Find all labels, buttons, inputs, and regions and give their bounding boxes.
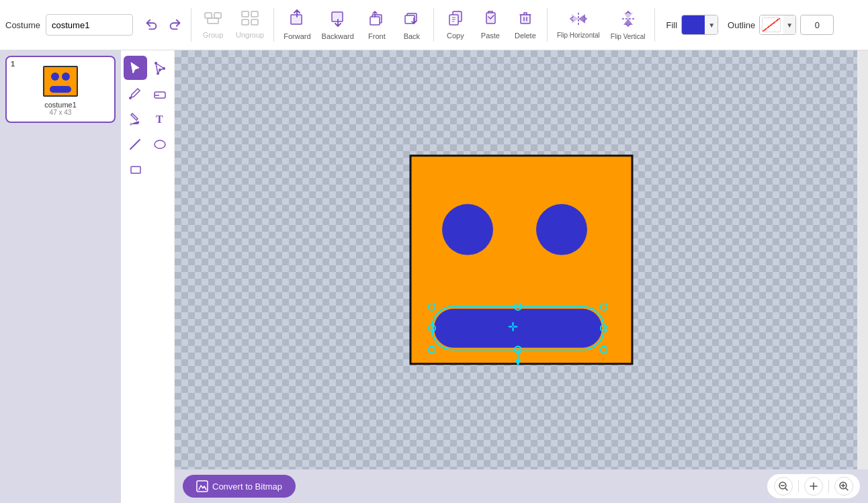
back-button[interactable]: Back [396, 7, 428, 43]
svg-point-18 [51, 73, 59, 81]
delete-label: Delete [515, 32, 536, 40]
front-button[interactable]: Front [361, 7, 393, 43]
convert-bitmap-label: Convert to Bitmap [212, 482, 282, 492]
text-tool[interactable]: T [148, 107, 172, 131]
outline-swatch[interactable] [760, 15, 783, 34]
canvas-area[interactable]: ✛ Convert to Bitmap [175, 50, 868, 503]
copy-icon [447, 10, 464, 30]
svg-text:✛: ✛ [508, 320, 518, 334]
svg-rect-10 [370, 17, 380, 25]
bottom-bar: Convert to Bitmap [175, 469, 868, 503]
back-icon [404, 9, 419, 31]
forward-icon [290, 9, 304, 31]
fill-label: Fill [666, 20, 677, 30]
tool-panel: T [121, 50, 175, 503]
svg-rect-0 [205, 13, 212, 18]
svg-rect-3 [242, 11, 249, 17]
svg-point-29 [155, 140, 165, 148]
group-icon [204, 11, 222, 30]
outline-size-input[interactable] [800, 15, 834, 35]
costume-section: Costume [5, 14, 133, 36]
costume-label: Costume [5, 20, 40, 30]
costume-size: 47 x 43 [50, 109, 72, 116]
svg-point-32 [442, 204, 493, 255]
svg-rect-6 [251, 19, 258, 25]
vertical-scrollbar[interactable] [857, 50, 868, 469]
ellipse-tool[interactable] [148, 132, 172, 156]
backward-button[interactable]: Backward [318, 7, 358, 43]
svg-point-25 [129, 97, 132, 99]
copy-label: Copy [447, 32, 464, 40]
paste-icon [482, 10, 498, 30]
rect-tool[interactable] [124, 158, 148, 182]
delete-button[interactable]: Delete [509, 7, 541, 42]
convert-bitmap-button[interactable]: Convert to Bitmap [183, 475, 296, 498]
svg-rect-30 [131, 167, 140, 173]
flip-vertical-icon [621, 10, 636, 32]
costume-list: 1 costume1 47 x 43 [0, 50, 121, 503]
front-label: Front [368, 32, 386, 40]
backward-icon [331, 9, 345, 31]
costume-thumbnail [37, 62, 84, 99]
front-icon [370, 9, 384, 31]
zoom-in-button[interactable] [834, 477, 853, 496]
costume-list-item[interactable]: 1 costume1 47 x 43 [5, 56, 116, 123]
svg-rect-34 [434, 309, 602, 348]
svg-point-19 [62, 73, 70, 81]
reshape-tool[interactable] [148, 56, 172, 80]
delete-icon [517, 10, 533, 30]
svg-text:T: T [156, 113, 163, 125]
zoom-divider-2 [828, 479, 829, 493]
fill-color-swatch[interactable] [682, 15, 705, 34]
svg-rect-8 [332, 12, 343, 21]
ungroup-icon [241, 11, 259, 30]
flip-horizontal-icon [569, 11, 588, 30]
main-area: 1 costume1 47 x 43 [0, 50, 868, 503]
zoom-out-button[interactable] [774, 477, 793, 496]
costume-name-input[interactable] [46, 14, 133, 36]
svg-point-21 [155, 62, 157, 64]
svg-rect-5 [242, 19, 249, 25]
back-label: Back [404, 32, 420, 40]
fill-tool[interactable] [124, 107, 147, 131]
select-tool[interactable] [124, 56, 147, 80]
forward-button[interactable]: Forward [279, 7, 314, 43]
svg-rect-2 [208, 18, 218, 24]
zoom-reset-button[interactable] [804, 477, 823, 496]
undo-button[interactable] [141, 14, 163, 36]
outline-dropdown-arrow[interactable]: ▼ [783, 15, 795, 34]
svg-rect-1 [214, 13, 221, 18]
brush-tool[interactable] [124, 81, 147, 105]
costume-name: costume1 [44, 101, 77, 109]
forward-label: Forward [284, 32, 310, 40]
eraser-tool[interactable] [148, 81, 172, 105]
copy-button[interactable]: Copy [439, 7, 472, 42]
group-button[interactable]: Group [197, 8, 229, 42]
line-tool[interactable] [124, 132, 147, 156]
zoom-controls [767, 474, 860, 498]
redo-button[interactable] [164, 14, 185, 36]
svg-rect-4 [251, 11, 258, 17]
flip-v-label: Flip Vertical [611, 33, 646, 40]
ungroup-button[interactable]: Ungroup [232, 8, 268, 42]
flip-horizontal-button[interactable]: Flip Horizontal [553, 9, 604, 42]
flip-h-label: Flip Horizontal [557, 32, 600, 39]
fill-color-picker[interactable]: ▼ [681, 15, 718, 35]
face-drawing: ✛ [390, 142, 652, 387]
svg-rect-7 [291, 15, 302, 24]
svg-point-27 [130, 123, 132, 126]
outline-label: Outline [728, 20, 755, 30]
fill-section: Fill ▼ Outline ▼ [660, 15, 839, 35]
svg-rect-20 [50, 86, 71, 93]
zoom-divider [798, 479, 799, 493]
svg-rect-16 [521, 15, 530, 24]
svg-point-22 [163, 67, 165, 70]
fill-dropdown-arrow[interactable]: ▼ [705, 15, 718, 34]
outline-color-picker[interactable]: ▼ [759, 15, 796, 35]
group-label: Group [203, 31, 224, 39]
flip-vertical-button[interactable]: Flip Vertical [607, 7, 650, 43]
backward-label: Backward [322, 32, 354, 40]
toolbar: Costume Group [0, 0, 868, 50]
paste-button[interactable]: Paste [474, 7, 507, 42]
svg-point-23 [159, 68, 161, 71]
